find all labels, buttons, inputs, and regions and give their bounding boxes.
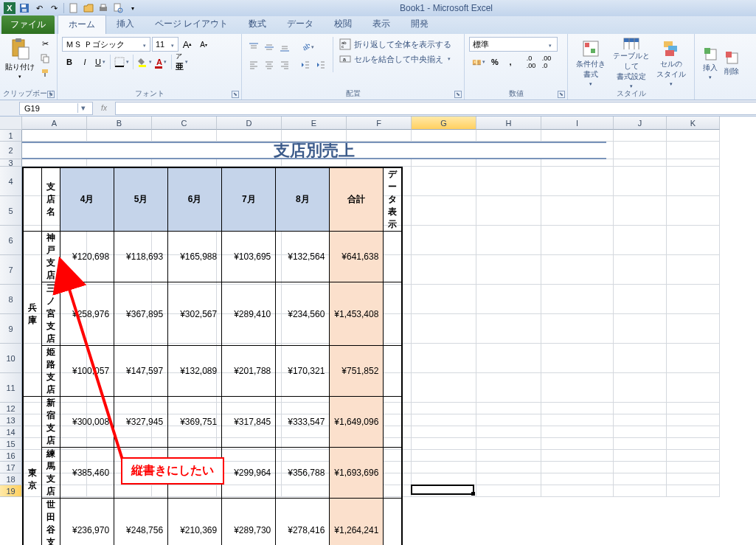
cell-I14[interactable] bbox=[541, 426, 614, 438]
cell-G17[interactable] bbox=[412, 462, 476, 473]
cell-A13[interactable] bbox=[22, 414, 87, 426]
cell-D10[interactable] bbox=[217, 344, 282, 373]
cell-K12[interactable] bbox=[667, 403, 720, 414]
cell-D9[interactable] bbox=[217, 314, 282, 344]
cell-J6[interactable] bbox=[614, 226, 667, 255]
increase-decimal-icon[interactable]: .0.00 bbox=[524, 55, 538, 69]
cell-G4[interactable] bbox=[412, 167, 476, 196]
cell-H2[interactable] bbox=[476, 142, 541, 159]
cell-F16[interactable] bbox=[347, 450, 412, 462]
cell-A4[interactable] bbox=[22, 167, 87, 196]
cell-I8[interactable] bbox=[541, 285, 614, 314]
cell-E18[interactable] bbox=[282, 473, 347, 485]
cell-D19[interactable] bbox=[217, 485, 282, 497]
cell-B15[interactable] bbox=[87, 438, 152, 450]
row-header-1[interactable]: 1 bbox=[0, 130, 22, 142]
row-header-15[interactable]: 15 bbox=[0, 438, 22, 450]
cell-A6[interactable] bbox=[22, 226, 87, 255]
formula-input[interactable] bbox=[115, 102, 756, 115]
cell-B9[interactable] bbox=[87, 314, 152, 344]
cell-A12[interactable] bbox=[22, 403, 87, 414]
cell-B5[interactable] bbox=[87, 196, 152, 226]
ribbon-tab-3[interactable]: 数式 bbox=[238, 15, 277, 34]
cell-F9[interactable] bbox=[347, 314, 412, 344]
cell-F15[interactable] bbox=[347, 438, 412, 450]
column-header-I[interactable]: I bbox=[541, 117, 614, 130]
cell-H16[interactable] bbox=[476, 450, 541, 462]
cell-K11[interactable] bbox=[667, 373, 720, 403]
cell-F18[interactable] bbox=[347, 473, 412, 485]
ribbon-tab-1[interactable]: 挿入 bbox=[106, 15, 145, 34]
cell-H19[interactable] bbox=[476, 485, 541, 497]
cell-C11[interactable] bbox=[152, 373, 217, 403]
cell-F12[interactable] bbox=[347, 403, 412, 414]
cell-E13[interactable] bbox=[282, 414, 347, 426]
cell-A1[interactable] bbox=[22, 130, 87, 142]
cell-G19[interactable] bbox=[412, 485, 476, 497]
cell-J8[interactable] bbox=[614, 285, 667, 314]
cell-I1[interactable] bbox=[541, 130, 614, 142]
format-painter-icon[interactable] bbox=[38, 66, 52, 80]
font-color-button[interactable]: A bbox=[154, 55, 169, 69]
cell-I5[interactable] bbox=[541, 196, 614, 226]
cell-K18[interactable] bbox=[667, 473, 720, 485]
qat-customize-icon[interactable]: ▾ bbox=[126, 1, 139, 15]
cell-F3[interactable] bbox=[347, 159, 412, 167]
row-header-5[interactable]: 5 bbox=[0, 196, 22, 226]
cell-J13[interactable] bbox=[614, 414, 667, 426]
font-expand-icon[interactable]: ⬊ bbox=[232, 91, 239, 98]
cell-J4[interactable] bbox=[614, 167, 667, 196]
grow-font-icon[interactable]: A▴ bbox=[180, 37, 195, 52]
cell-F4[interactable] bbox=[347, 167, 412, 196]
cell-K5[interactable] bbox=[667, 196, 720, 226]
paste-button[interactable]: 貼り付け ▾ bbox=[4, 37, 35, 80]
cell-J18[interactable] bbox=[614, 473, 667, 485]
cell-H3[interactable] bbox=[476, 159, 541, 167]
spreadsheet-grid[interactable]: ABCDEFGHIJK 1234567891011121314151617181… bbox=[0, 117, 756, 497]
cell-K4[interactable] bbox=[667, 167, 720, 196]
cell-K9[interactable] bbox=[667, 314, 720, 344]
cell-K19[interactable] bbox=[667, 485, 720, 497]
cell-I11[interactable] bbox=[541, 373, 614, 403]
cell-A5[interactable] bbox=[22, 196, 87, 226]
cell-B7[interactable] bbox=[87, 255, 152, 285]
print-preview-icon[interactable] bbox=[111, 1, 125, 15]
align-left-icon[interactable] bbox=[246, 58, 261, 72]
cell-J9[interactable] bbox=[614, 314, 667, 344]
phonetic-button[interactable]: ア亜 bbox=[174, 55, 190, 69]
cell-C3[interactable] bbox=[152, 159, 217, 167]
cell-E19[interactable] bbox=[282, 485, 347, 497]
cell-A11[interactable] bbox=[22, 373, 87, 403]
cell-E1[interactable] bbox=[282, 130, 347, 142]
cell-F19[interactable] bbox=[347, 485, 412, 497]
excel-icon[interactable]: X bbox=[3, 1, 16, 15]
cell-I2[interactable] bbox=[541, 142, 614, 159]
copy-icon[interactable] bbox=[38, 52, 52, 65]
cell-D18[interactable] bbox=[217, 473, 282, 485]
row-header-18[interactable]: 18 bbox=[0, 473, 22, 485]
cell-B11[interactable] bbox=[87, 373, 152, 403]
cell-H15[interactable] bbox=[476, 438, 541, 450]
number-expand-icon[interactable]: ⬊ bbox=[558, 91, 565, 98]
row-header-13[interactable]: 13 bbox=[0, 414, 22, 426]
cell-J7[interactable] bbox=[614, 255, 667, 285]
cell-J17[interactable] bbox=[614, 462, 667, 473]
percent-button[interactable]: % bbox=[488, 55, 502, 69]
cell-F1[interactable] bbox=[347, 130, 412, 142]
border-button[interactable] bbox=[113, 55, 131, 69]
cell-A10[interactable] bbox=[22, 344, 87, 373]
cell-D3[interactable] bbox=[217, 159, 282, 167]
cell-D6[interactable] bbox=[217, 226, 282, 255]
cell-A9[interactable] bbox=[22, 314, 87, 344]
cell-C14[interactable] bbox=[152, 426, 217, 438]
underline-button[interactable]: U bbox=[93, 55, 108, 69]
ribbon-tab-0[interactable]: ホーム bbox=[58, 15, 106, 34]
cell-H5[interactable] bbox=[476, 196, 541, 226]
cell-K10[interactable] bbox=[667, 344, 720, 373]
redo-icon[interactable]: ↷ bbox=[47, 1, 60, 15]
cell-E2[interactable] bbox=[282, 142, 347, 159]
cell-K13[interactable] bbox=[667, 414, 720, 426]
cell-E12[interactable] bbox=[282, 403, 347, 414]
row-header-2[interactable]: 2 bbox=[0, 142, 22, 159]
clipboard-expand-icon[interactable]: ⬊ bbox=[47, 91, 55, 98]
